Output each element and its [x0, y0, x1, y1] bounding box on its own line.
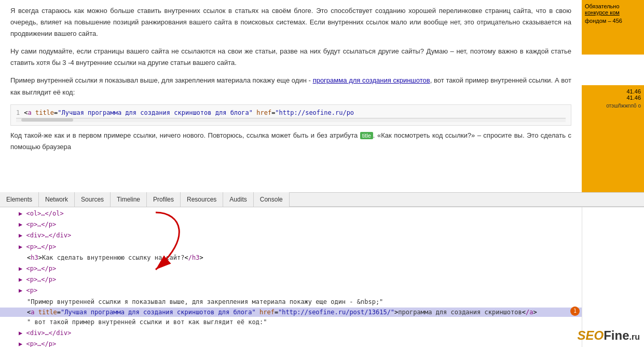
dom-line-4: ▶ <p>…</p> [0, 242, 582, 252]
tab-elements[interactable]: Elements [0, 192, 39, 207]
code-scrollbar[interactable] [16, 118, 566, 122]
sidebar-numbers-1: 41.46 [585, 88, 641, 95]
tab-audits[interactable]: Audits [223, 192, 253, 207]
code-line-number: 1 [16, 108, 20, 118]
code-example: 1 <a title="Лучшая программа для создани… [10, 104, 571, 126]
dom-line-h3: <h3>Как сделать внутреннюю ссылку на сай… [0, 252, 582, 263]
dom-highlighted-line[interactable]: <a title="Лучшая программа для создания … [0, 308, 582, 317]
tab-network[interactable]: Network [39, 192, 75, 207]
right-sidebar: Обязательно конкурсе ком фондом – 456 41… [582, 0, 644, 192]
article-paragraph-4: Код такой-же как и в первом примере ссыл… [10, 130, 571, 153]
dom-line-11: ▶ <p>…</p> [0, 339, 582, 347]
dom-line-2: ▶ <p>…</p> [0, 219, 582, 230]
dom-line-9: " вот такой пример внутренней ссылки и в… [0, 317, 582, 328]
tab-profiles[interactable]: Profiles [147, 192, 181, 207]
logo-fine: Fine [604, 328, 629, 343]
tab-console[interactable]: Console [254, 192, 290, 207]
dom-badge: 1 [570, 306, 580, 316]
dom-line-7: ▶ <p> [0, 285, 582, 296]
seofine-logo: SEOFine.ru [578, 328, 640, 343]
dom-line-1: ▶ <ol>…</ol> [0, 208, 582, 219]
dom-line-8: "Пример внутренней ссылки я показывал вы… [0, 297, 582, 308]
sidebar-cyrillic: отэшñжжnпõ о [585, 103, 641, 109]
article-content: Я всегда стараюсь как можно больше стави… [0, 0, 582, 192]
dom-line-5: ▶ <p>…</p> [0, 263, 582, 274]
article-paragraph-2: Ну сами подумайте, если страницы вашего … [10, 46, 571, 69]
sidebar-link-1[interactable]: конкурсе ком [585, 9, 620, 16]
dom-line-3: ▶ <div>…</div> [0, 230, 582, 241]
sidebar-text-1: Обязательно [585, 3, 641, 9]
tab-sources[interactable]: Sources [75, 192, 111, 207]
dom-panel: ▶ <ol>…</ol> ▶ <p>…</p> ▶ <div>…</div> ▶… [0, 207, 582, 347]
scrollbar-thumb[interactable] [21, 118, 73, 122]
article-paragraph-3: Пример внутренней ссылки я показывал выш… [10, 75, 571, 98]
tab-timeline[interactable]: Timeline [111, 192, 147, 207]
attr-badge: title [360, 132, 373, 139]
sidebar-block-2: 41.46 41.46 отэшñжжnпõ о [582, 85, 644, 192]
devtools-toolbar: Elements Network Sources Timeline Profil… [0, 192, 644, 207]
sidebar-block-1: Обязательно конкурсе ком фондом – 456 [582, 0, 644, 55]
logo-ru: .ru [629, 332, 640, 342]
tab-resources[interactable]: Resources [181, 192, 223, 207]
dom-line-6: ▶ <p>…</p> [0, 274, 582, 285]
sidebar-numbers-2: 41.46 [585, 95, 641, 101]
dom-line-10: ▶ <div>…</div> [0, 328, 582, 339]
sidebar-text-2: фондом – 456 [585, 18, 641, 24]
code-content: <a title="Лучшая программа для создания … [24, 108, 354, 118]
internal-link-screenshot[interactable]: программа для создания скриншотов [313, 76, 430, 84]
article-paragraph-1: Я всегда стараюсь как можно больше стави… [10, 5, 571, 39]
bottom-right-sidebar: SEOFine.ru [582, 207, 644, 347]
